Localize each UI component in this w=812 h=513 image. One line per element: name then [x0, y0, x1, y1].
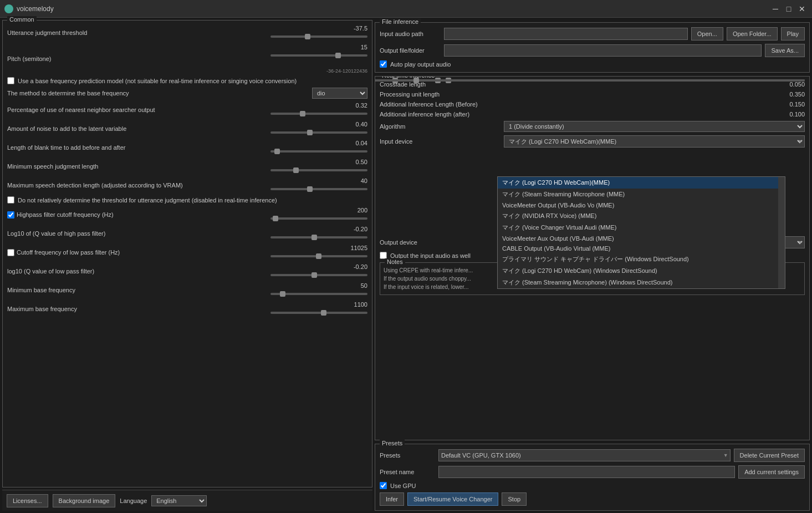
- input-audio-field[interactable]: [444, 28, 688, 40]
- licenses-button[interactable]: Licenses...: [7, 494, 48, 507]
- close-button[interactable]: ✕: [796, 3, 808, 14]
- open-button[interactable]: Open...: [691, 27, 723, 40]
- additional-after-right: 0.100: [504, 111, 805, 118]
- minimize-button[interactable]: ─: [770, 3, 781, 14]
- min-base-freq-value: 50: [361, 282, 367, 289]
- app-title: voicemelody: [17, 5, 54, 13]
- base-freq-method-label: The method to determine the base frequen…: [7, 90, 310, 96]
- open-folder-button[interactable]: Open Folder...: [727, 27, 778, 40]
- dropdown-scrollbar[interactable]: [778, 177, 785, 288]
- highpass-freq-checkbox[interactable]: [7, 211, 14, 219]
- title-bar-controls: ─ □ ✕: [770, 3, 808, 14]
- nearest-neighbor-slider-container: [270, 110, 367, 118]
- dropdown-item-6[interactable]: CABLE Output (VB-Audio Virtual (MME): [498, 243, 785, 253]
- notes-title: Notes: [385, 258, 405, 265]
- presets-label: Presets: [380, 452, 435, 459]
- lowpass-freq-row: Cutoff frequency of low pass filter (Hz)…: [7, 245, 367, 260]
- use-gpu-checkbox[interactable]: [380, 482, 387, 489]
- max-base-freq-slider[interactable]: [270, 312, 367, 314]
- file-inference-title: File inference: [380, 18, 421, 25]
- dropdown-item-2[interactable]: VoiceMeeter Output (VB-Audio Vo (MME): [498, 200, 785, 210]
- use-gpu-row: Use GPU: [380, 482, 805, 489]
- dropdown-item-8[interactable]: マイク (Logi C270 HD WebCam) (Windows Direc…: [498, 265, 785, 277]
- additional-after-slider[interactable]: [375, 79, 805, 82]
- dropdown-item-4[interactable]: マイク (Voice Changer Virtual Audi (MME): [498, 222, 785, 233]
- lowpass-q-slider[interactable]: [270, 274, 367, 276]
- auto-play-checkbox[interactable]: [380, 60, 387, 68]
- max-base-freq-label: Maximum base frequency: [7, 306, 265, 312]
- noise-latent-row: Amount of noise to add to the latent var…: [7, 121, 367, 136]
- blank-time-slider-container: [270, 148, 367, 155]
- additional-after-value: 0.100: [504, 111, 805, 118]
- input-device-wrapper: マイク (Logi C270 HD WebCam)(MME): [504, 135, 805, 148]
- auto-play-row: Auto play output audio: [380, 60, 805, 68]
- title-bar: voicemelody ─ □ ✕: [0, 0, 812, 18]
- noise-latent-slider-container: [270, 129, 367, 136]
- min-speech-right: 0.50: [268, 159, 367, 174]
- lowpass-freq-label: Cutoff frequency of low pass filter (Hz): [7, 249, 265, 256]
- play-button[interactable]: Play: [781, 27, 805, 40]
- maximize-button[interactable]: □: [783, 3, 794, 14]
- lowpass-freq-slider[interactable]: [270, 255, 367, 257]
- output-input-audio-label: Output the input audio as well: [390, 252, 471, 259]
- dropdown-item-0[interactable]: マイク (Logi C270 HD WebCam)(MME): [498, 177, 785, 189]
- common-section-title: Common: [7, 16, 37, 23]
- pitch-right: 15 -36 -24 -12 0 12 24 36: [268, 44, 367, 74]
- dropdown-item-7[interactable]: プライマリ サウンド キャプチャ ドライバー (Windows DirectSo…: [498, 253, 785, 265]
- lowpass-freq-slider-container: [270, 252, 367, 260]
- algorithm-select[interactable]: 1 (Divide constantly) 2 3: [504, 121, 805, 132]
- output-device-label: Output device: [380, 239, 502, 246]
- highpass-q-slider[interactable]: [270, 236, 367, 238]
- highpass-freq-slider[interactable]: [270, 217, 367, 220]
- min-speech-slider[interactable]: [270, 169, 367, 171]
- pitch-slider[interactable]: [270, 54, 367, 57]
- common-section: Common Utterance judgment threshold -37.…: [2, 20, 372, 487]
- dropdown-item-9[interactable]: マイク (Steam Streaming Microphone) (Window…: [498, 277, 785, 288]
- noise-latent-label: Amount of noise to add to the latent var…: [7, 125, 265, 132]
- dropdown-item-3[interactable]: マイク (NVIDIA RTX Voice) (MME): [498, 210, 785, 222]
- infer-button[interactable]: Infer: [380, 492, 404, 506]
- lowpass-freq-checkbox[interactable]: [7, 249, 14, 256]
- no-relative-threshold-checkbox[interactable]: [7, 196, 14, 204]
- nearest-neighbor-row: Percentage of use of nearest neighbor se…: [7, 102, 367, 118]
- no-relative-threshold-row: Do not relatively determine the threshol…: [7, 196, 367, 204]
- utterance-threshold-slider[interactable]: [270, 35, 367, 38]
- lowpass-freq-right: 11025: [268, 245, 367, 260]
- min-speech-value: 0.50: [356, 159, 367, 165]
- utterance-threshold-value: -37.5: [354, 25, 367, 32]
- input-device-select[interactable]: マイク (Logi C270 HD WebCam)(MME): [504, 135, 805, 148]
- input-device-right: マイク (Logi C270 HD WebCam)(MME): [504, 135, 805, 148]
- nearest-neighbor-label: Percentage of use of nearest neighbor se…: [7, 106, 265, 113]
- main-content: Common Utterance judgment threshold -37.…: [0, 18, 812, 513]
- preset-name-field[interactable]: [438, 466, 735, 478]
- noise-latent-slider[interactable]: [270, 131, 367, 134]
- highpass-freq-label: Highpass filter cutoff frequency (Hz): [7, 211, 265, 219]
- use-base-freq-checkbox[interactable]: [7, 77, 14, 84]
- language-label: Language: [120, 497, 147, 504]
- nearest-neighbor-slider[interactable]: [270, 113, 367, 115]
- highpass-q-slider-container: [270, 233, 367, 241]
- max-base-freq-row: Maximum base frequency 1100: [7, 301, 367, 317]
- min-base-freq-slider[interactable]: [270, 293, 367, 295]
- algorithm-right: 1 (Divide constantly) 2 3: [504, 121, 805, 132]
- start-resume-button[interactable]: Start/Resume Voice Changer: [407, 492, 498, 506]
- nearest-neighbor-right: 0.32: [268, 102, 367, 118]
- dropdown-item-1[interactable]: マイク (Steam Streaming Microphone (MME): [498, 189, 785, 200]
- language-select[interactable]: English 日本語: [151, 495, 207, 506]
- stop-button[interactable]: Stop: [502, 492, 527, 506]
- presets-select[interactable]: Default VC (GPU, GTX 1060): [438, 449, 731, 461]
- blank-time-slider[interactable]: [270, 150, 367, 153]
- language-select-wrapper: English 日本語: [151, 495, 207, 506]
- algorithm-row: Algorithm 1 (Divide constantly) 2 3: [380, 121, 805, 132]
- base-freq-method-select[interactable]: dio harvest crepe: [312, 88, 367, 99]
- add-settings-button[interactable]: Add current settings: [738, 465, 805, 479]
- delete-preset-button[interactable]: Delete Current Preset: [734, 449, 805, 462]
- dropdown-item-5[interactable]: VoiceMeeter Aux Output (VB-Audi (MME): [498, 233, 785, 243]
- file-inference-section: File inference Input audio path Open... …: [375, 22, 810, 73]
- max-speech-slider[interactable]: [270, 188, 367, 190]
- background-image-button[interactable]: Background image: [53, 494, 116, 507]
- save-as-button[interactable]: Save As...: [765, 44, 805, 57]
- app-icon: [4, 4, 13, 13]
- lowpass-q-value: -0.20: [354, 263, 367, 270]
- output-file-field[interactable]: [444, 44, 762, 57]
